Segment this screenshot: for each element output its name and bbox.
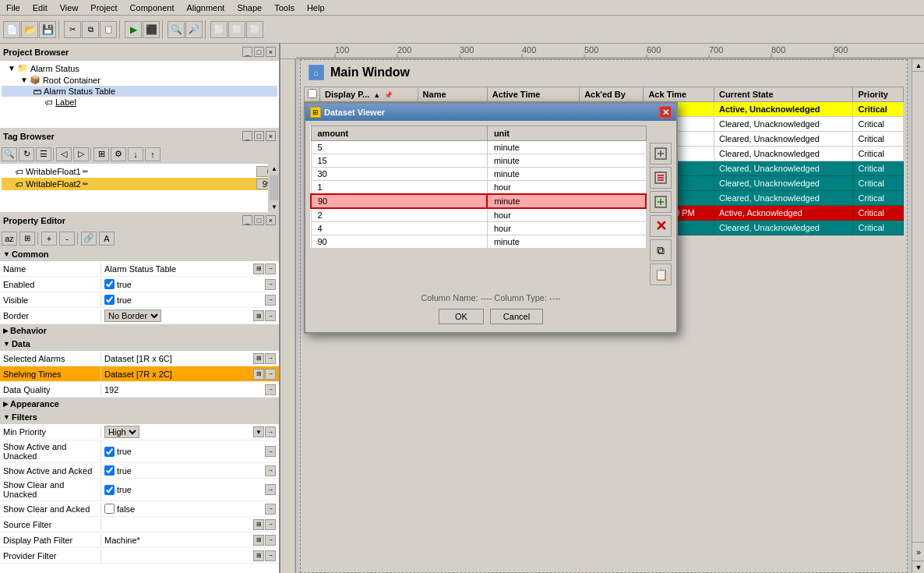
tree-item-label[interactable]: 🏷 Label: [2, 97, 277, 108]
canvas-scroll-expand-btn[interactable]: »: [912, 542, 924, 561]
tag-browser-float-btn[interactable]: □: [254, 131, 264, 141]
prop-font-btn[interactable]: A: [99, 232, 115, 246]
dataset-row-7[interactable]: 90 minute: [311, 235, 646, 249]
prop-expand-btn[interactable]: +: [41, 232, 57, 246]
toolbar-align-center-btn[interactable]: ⬜: [228, 21, 245, 38]
tag-browser-refresh-btn[interactable]: ↻: [19, 147, 34, 161]
menu-file[interactable]: File: [0, 2, 26, 14]
prop-enabled-checkbox[interactable]: [104, 279, 115, 289]
toolbar-save-btn[interactable]: 💾: [39, 21, 56, 38]
prop-shelving-times-binding-btn[interactable]: →: [265, 369, 276, 380]
prop-min-priority-select[interactable]: High: [104, 426, 139, 438]
alarm-col-display[interactable]: Display P... ▲ 📌: [320, 87, 418, 102]
prop-binding-btn[interactable]: 🔗: [81, 232, 97, 246]
prop-sort-category-btn[interactable]: ⊞: [19, 232, 35, 246]
dataset-tool-add-col-btn[interactable]: [650, 191, 672, 213]
dataset-ok-btn[interactable]: OK: [439, 309, 484, 324]
prop-enabled-binding-btn[interactable]: →: [265, 279, 276, 290]
toolbar-align-right-btn[interactable]: ⬜: [246, 21, 263, 38]
tag-browser-back-btn[interactable]: ◁: [56, 147, 72, 161]
prop-source-filter-binding-btn[interactable]: →: [265, 519, 276, 530]
toolbar-stop-btn[interactable]: ⬛: [143, 21, 160, 38]
section-data-header[interactable]: ▼ Data: [0, 338, 279, 351]
menu-alignment[interactable]: Alignment: [180, 2, 231, 14]
tag-browser-search-btn[interactable]: 🔍: [2, 147, 17, 161]
property-editor-float-btn[interactable]: □: [254, 215, 264, 225]
prop-show-active-acked-binding-btn[interactable]: →: [265, 465, 276, 476]
section-appearance-header[interactable]: ▶ Appearance: [0, 398, 279, 411]
dataset-tool-add-row-btn[interactable]: [650, 143, 672, 164]
prop-provider-filter-binding-btn[interactable]: →: [265, 550, 276, 561]
dataset-row-1[interactable]: 15 minute: [311, 154, 646, 168]
menu-tools[interactable]: Tools: [268, 2, 301, 14]
property-editor-close-btn[interactable]: ×: [266, 215, 276, 225]
prop-show-clear-acked-checkbox[interactable]: [104, 504, 115, 514]
menu-help[interactable]: Help: [301, 2, 331, 14]
toolbar-run-btn[interactable]: ▶: [125, 21, 142, 38]
tag-scrollbar-up-btn[interactable]: ▲: [269, 164, 279, 175]
dataset-row-0[interactable]: 5 minute: [311, 141, 646, 154]
dataset-tool-paste-btn[interactable]: 📋: [650, 264, 672, 285]
alarm-col-priority[interactable]: Priority: [853, 87, 904, 102]
menu-edit[interactable]: Edit: [26, 2, 54, 14]
prop-border-binding-btn[interactable]: →: [265, 310, 276, 321]
prop-show-active-unacked-checkbox[interactable]: [104, 447, 115, 457]
prop-min-priority-dropdown-btn[interactable]: ▼: [253, 426, 264, 437]
prop-name-binding-btn[interactable]: →: [265, 264, 276, 274]
tag-item-writable-float2[interactable]: 🏷 WritableFloat2 ✏ 99: [2, 178, 277, 190]
tag-item-writable-float1[interactable]: 🏷 WritableFloat1 ✏ 0: [2, 165, 277, 178]
menu-project[interactable]: Project: [84, 2, 123, 14]
dataset-tool-delete-btn[interactable]: ✕: [650, 215, 672, 237]
tag-browser-close-btn[interactable]: ×: [266, 131, 276, 141]
prop-border-select[interactable]: No Border: [104, 309, 161, 322]
dataset-row-6[interactable]: 4 hour: [311, 222, 646, 235]
prop-selected-alarms-edit-btn[interactable]: ⊞: [253, 353, 264, 364]
project-browser-float-btn[interactable]: □: [254, 47, 264, 57]
prop-show-clear-acked-binding-btn[interactable]: →: [265, 504, 276, 515]
prop-visible-binding-btn[interactable]: →: [265, 295, 276, 306]
menu-component[interactable]: Component: [124, 2, 181, 14]
canvas-scroll-up-btn[interactable]: ▲: [912, 59, 924, 72]
dataset-row-4-selected[interactable]: 90 minute: [311, 194, 646, 208]
tree-item-root-container[interactable]: ▼ 📦 Root Container: [2, 74, 277, 86]
toolbar-open-btn[interactable]: 📂: [21, 21, 38, 38]
alarm-col-checkbox[interactable]: [305, 87, 320, 102]
prop-shelving-times-row[interactable]: Shelving Times Dataset [7R x 2C] ⊞ →: [0, 366, 279, 382]
prop-name-edit-btn[interactable]: ⊞: [253, 264, 264, 274]
dataset-tool-edit-row-btn[interactable]: [650, 167, 672, 189]
tag-scrollbar-down-btn[interactable]: ▼: [269, 201, 279, 212]
tag-browser-import-btn[interactable]: ↑: [145, 147, 160, 161]
prop-visible-checkbox[interactable]: [104, 295, 115, 305]
prop-source-filter-edit-btn[interactable]: ⊞: [253, 519, 264, 530]
canvas-scroll-down-btn[interactable]: ▼: [912, 561, 924, 573]
menu-view[interactable]: View: [54, 2, 85, 14]
toolbar-copy-btn[interactable]: ⧉: [82, 21, 99, 38]
toolbar-zoom-out-btn[interactable]: 🔎: [185, 21, 203, 38]
prop-display-path-filter-edit-btn[interactable]: ⊞: [253, 535, 264, 546]
toolbar-paste-btn[interactable]: 📋: [100, 21, 117, 38]
alarm-col-current-state[interactable]: Current State: [714, 87, 853, 102]
toolbar-new-btn[interactable]: 📄: [3, 21, 20, 38]
dataset-row-2[interactable]: 30 minute: [311, 168, 646, 181]
dataset-row-5[interactable]: 2 hour: [311, 208, 646, 222]
prop-shelving-times-edit-btn[interactable]: ⊞: [253, 369, 264, 380]
prop-show-active-unacked-binding-btn[interactable]: →: [265, 446, 276, 457]
section-behavior-header[interactable]: ▶ Behavior: [0, 324, 279, 338]
tree-item-alarm-status[interactable]: ▼ 📁 Alarm Status: [2, 62, 277, 74]
prop-min-priority-binding-btn[interactable]: →: [265, 426, 276, 437]
prop-show-clear-unacked-checkbox[interactable]: [104, 485, 115, 495]
section-filters-header[interactable]: ▼ Filters: [0, 411, 279, 424]
tag-browser-minimize-btn[interactable]: _: [242, 131, 252, 141]
toolbar-zoom-in-btn[interactable]: 🔍: [168, 21, 185, 38]
dataset-row-3[interactable]: 1 hour: [311, 181, 646, 195]
prop-show-clear-unacked-binding-btn[interactable]: →: [265, 484, 276, 495]
tree-item-alarm-status-table[interactable]: 🗃 Alarm Status Table: [2, 86, 277, 97]
alarm-col-name[interactable]: Name: [418, 87, 487, 102]
prop-sort-alpha-btn[interactable]: az: [2, 232, 17, 246]
prop-border-edit-btn[interactable]: ⊞: [253, 310, 264, 321]
tag-browser-forward-btn[interactable]: ▷: [73, 147, 89, 161]
section-common-header[interactable]: ▼ Common: [0, 248, 279, 261]
toolbar-align-left-btn[interactable]: ⬜: [210, 21, 227, 38]
alarm-col-acked-by[interactable]: Ack'ed By: [580, 87, 644, 102]
project-browser-close-btn[interactable]: ×: [266, 47, 276, 57]
